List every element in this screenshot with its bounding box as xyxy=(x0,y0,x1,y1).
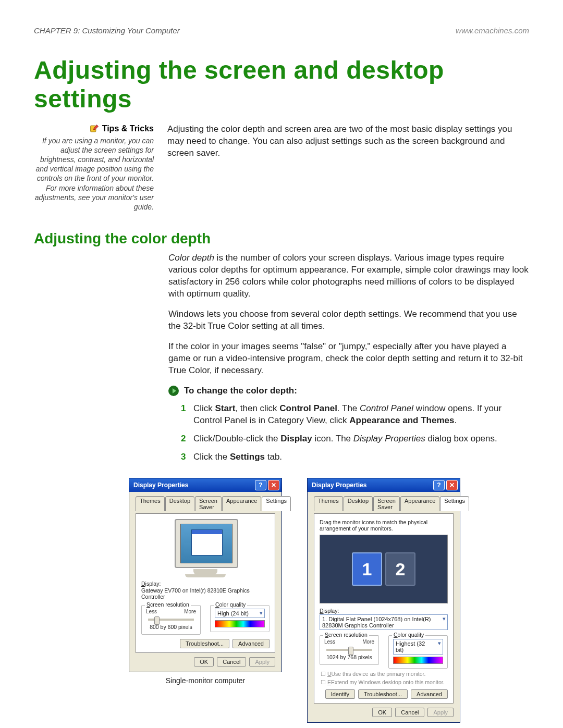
monitor-1-icon[interactable]: 1 xyxy=(352,552,382,586)
monitor-2-icon[interactable]: 2 xyxy=(385,552,415,586)
play-icon xyxy=(168,386,179,396)
tips-heading: Tips & Tricks xyxy=(90,124,154,134)
apply-button[interactable]: Apply xyxy=(427,708,454,717)
step-1: 1Click Start, then click Control Panel. … xyxy=(181,403,529,427)
identify-button[interactable]: Identify xyxy=(325,689,355,699)
ok-button[interactable]: OK xyxy=(194,657,214,667)
color-quality-select[interactable]: Highest (32 bit) xyxy=(393,639,443,655)
advanced-button[interactable]: Advanced xyxy=(232,639,270,648)
url-link[interactable]: www.emachines.com xyxy=(456,26,529,35)
tab-appearance[interactable]: Appearance xyxy=(400,496,439,511)
display-label: Display: xyxy=(141,581,270,587)
tab-screensaver[interactable]: Screen Saver xyxy=(373,496,400,511)
color-preview xyxy=(215,620,265,627)
monitor-arrangement[interactable]: 1 2 xyxy=(320,535,448,603)
tab-themes[interactable]: Themes xyxy=(136,496,165,511)
tips-icon xyxy=(90,124,99,133)
troubleshoot-button[interactable]: Troubleshoot... xyxy=(180,639,229,648)
subheading: Adjusting the color depth xyxy=(34,230,529,247)
tips-body: If you are using a monitor, you can adju… xyxy=(35,137,154,211)
tab-themes[interactable]: Themes xyxy=(314,496,343,511)
step-3: 3Click the Settings tab. xyxy=(181,451,529,463)
color-quality-group: Color quality High (24 bit) xyxy=(210,605,270,632)
para-1: Color depth is the number of colors your… xyxy=(168,252,529,300)
tab-desktop[interactable]: Desktop xyxy=(165,496,194,511)
tab-strip: Themes Desktop Screen Saver Appearance S… xyxy=(136,496,275,511)
page-title: Adjusting the screen and desktop setting… xyxy=(34,56,529,113)
color-quality-select[interactable]: High (24 bit) xyxy=(215,609,265,618)
help-button[interactable]: ? xyxy=(255,480,266,490)
monitor-preview xyxy=(175,519,236,577)
tab-appearance[interactable]: Appearance xyxy=(222,496,261,511)
cancel-button[interactable]: Cancel xyxy=(395,708,424,717)
resolution-slider[interactable] xyxy=(326,649,372,651)
tab-desktop[interactable]: Desktop xyxy=(344,496,373,511)
help-button[interactable]: ? xyxy=(433,480,445,490)
primary-monitor-checkbox[interactable]: ☐ UUse this device as the primary monito… xyxy=(321,671,448,677)
display-properties-dialog-single: Display Properties ? ✕ Themes Desktop Sc… xyxy=(129,478,282,672)
chapter-label: CHAPTER 9: Customizing Your Computer xyxy=(34,26,180,35)
color-preview xyxy=(393,657,443,664)
display-properties-dialog-dual: Display Properties ? ✕ Themes Desktop Sc… xyxy=(307,478,460,723)
tab-settings[interactable]: Settings xyxy=(262,496,291,511)
close-button[interactable]: ✕ xyxy=(446,480,458,490)
advanced-button[interactable]: Advanced xyxy=(411,689,448,699)
arrangement-hint: Drag the monitor icons to match the phys… xyxy=(320,519,448,532)
cancel-button[interactable]: Cancel xyxy=(217,657,246,667)
tab-settings[interactable]: Settings xyxy=(440,496,469,511)
para-3: If the color in your images seems "false… xyxy=(168,341,529,377)
tab-screensaver[interactable]: Screen Saver xyxy=(195,496,222,511)
screen-resolution-group: Screen resolution LessMore 800 by 600 pi… xyxy=(141,605,201,635)
resolution-slider[interactable] xyxy=(148,619,194,621)
close-button[interactable]: ✕ xyxy=(268,480,279,490)
display-select[interactable]: 1. Digital Flat Panel (1024x768) on Inte… xyxy=(320,614,448,630)
apply-button[interactable]: Apply xyxy=(249,657,275,667)
ok-button[interactable]: OK xyxy=(372,708,392,717)
step-2: 2Click/Double-click the Display icon. Th… xyxy=(181,433,529,445)
caption-single: Single-monitor computer xyxy=(129,676,282,685)
procedure-heading: To change the color depth: xyxy=(168,385,529,397)
extend-desktop-checkbox[interactable]: ☐ EExtend my Windows desktop onto this m… xyxy=(321,679,448,685)
display-label: Display: xyxy=(320,608,448,614)
troubleshoot-button[interactable]: Troubleshoot... xyxy=(358,689,408,699)
display-name: Gateway EV700 on Intel(r) 82810E Graphic… xyxy=(141,587,270,600)
para-2: Windows lets you choose from several col… xyxy=(168,309,529,332)
intro-paragraph: Adjusting the color depth and screen are… xyxy=(167,124,529,212)
